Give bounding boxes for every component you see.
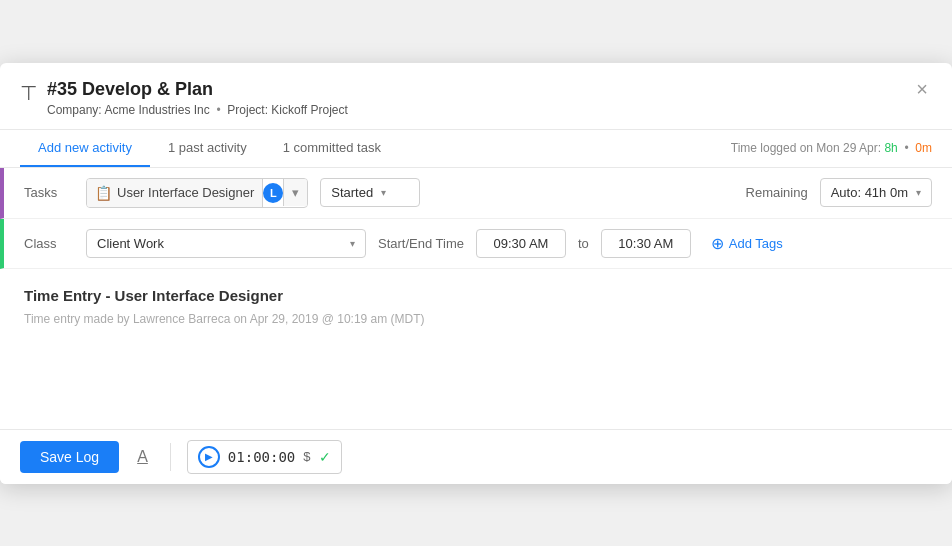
timer-check-icon: ✓ xyxy=(319,449,331,465)
timer-dollar: $ xyxy=(303,449,310,464)
tasks-label: Tasks xyxy=(24,185,74,200)
title-block: #35 Develop & Plan Company: Acme Industr… xyxy=(47,79,348,117)
clipboard-icon: 📋 xyxy=(95,185,112,201)
time-logged-mins: 0m xyxy=(915,141,932,155)
format-text-button[interactable]: A xyxy=(131,444,154,470)
project-name: Kickoff Project xyxy=(271,103,347,117)
class-dropdown[interactable]: Client Work ▾ xyxy=(86,229,366,258)
play-icon[interactable]: ▶ xyxy=(198,446,220,468)
remaining-dropdown[interactable]: Auto: 41h 0m ▾ xyxy=(820,178,932,207)
add-tags-label: Add Tags xyxy=(729,236,783,251)
company-name: Acme Industries Inc xyxy=(104,103,209,117)
save-log-button[interactable]: Save Log xyxy=(20,441,119,473)
tasks-row: Tasks 📋 User Interface Designer L ▾ Star… xyxy=(0,168,952,219)
tab-past-activity[interactable]: 1 past activity xyxy=(150,130,265,167)
tab-committed-task[interactable]: 1 committed task xyxy=(265,130,399,167)
user-avatar: L xyxy=(263,183,283,203)
end-time-input[interactable] xyxy=(601,229,691,258)
project-label: Project: xyxy=(227,103,268,117)
close-button[interactable]: × xyxy=(912,79,932,99)
task-selector[interactable]: 📋 User Interface Designer L ▾ xyxy=(86,178,308,208)
class-caret: ▾ xyxy=(350,238,355,249)
modal-footer: Save Log A ▶ 01:00:00 $ ✓ xyxy=(0,429,952,484)
notes-title: Time Entry - User Interface Designer xyxy=(24,287,928,304)
tab-add-activity[interactable]: Add new activity xyxy=(20,130,150,167)
start-end-label: Start/End Time xyxy=(378,236,464,251)
remaining-caret: ▾ xyxy=(916,187,921,198)
task-caret[interactable]: ▾ xyxy=(283,179,307,206)
modal-header: ⊤ #35 Develop & Plan Company: Acme Indus… xyxy=(0,63,952,130)
time-logged-display: Time logged on Mon 29 Apr: 8h • 0m xyxy=(731,141,932,155)
status-value: Started xyxy=(331,185,373,200)
time-logged-hours: 8h xyxy=(884,141,897,155)
footer-divider xyxy=(170,443,171,471)
tabs-bar: Add new activity 1 past activity 1 commi… xyxy=(0,130,952,168)
tabs-list: Add new activity 1 past activity 1 commi… xyxy=(20,130,399,167)
timer-display: ▶ 01:00:00 $ ✓ xyxy=(187,440,342,474)
title-area: ⊤ #35 Develop & Plan Company: Acme Indus… xyxy=(20,79,348,117)
class-row: Class Client Work ▾ Start/End Time to ⊕ … xyxy=(0,219,952,269)
modal-body: Tasks 📋 User Interface Designer L ▾ Star… xyxy=(0,168,952,429)
class-value: Client Work xyxy=(97,236,164,251)
timer-time: 01:00:00 xyxy=(228,449,295,465)
notes-area: Time Entry - User Interface Designer Tim… xyxy=(0,269,952,429)
status-caret: ▾ xyxy=(381,187,386,198)
start-time-input[interactable] xyxy=(476,229,566,258)
task-icon-part: 📋 User Interface Designer xyxy=(87,179,263,207)
time-logged-prefix: Time logged on Mon 29 Apr: xyxy=(731,141,881,155)
remaining-label: Remaining xyxy=(746,185,808,200)
modal-title: #35 Develop & Plan xyxy=(47,79,348,100)
add-tags-button[interactable]: ⊕ Add Tags xyxy=(711,234,783,253)
class-label: Class xyxy=(24,236,74,251)
company-label: Company: xyxy=(47,103,102,117)
remaining-value: Auto: 41h 0m xyxy=(831,185,908,200)
to-label: to xyxy=(578,236,589,251)
pin-icon: ⊤ xyxy=(20,81,37,105)
plus-circle-icon: ⊕ xyxy=(711,234,724,253)
modal-container: ⊤ #35 Develop & Plan Company: Acme Indus… xyxy=(0,63,952,484)
modal-subtitle: Company: Acme Industries Inc • Project: … xyxy=(47,103,348,117)
time-logged-dot: • xyxy=(904,141,908,155)
task-name: User Interface Designer xyxy=(117,185,254,200)
notes-meta: Time entry made by Lawrence Barreca on A… xyxy=(24,312,928,326)
status-dropdown[interactable]: Started ▾ xyxy=(320,178,420,207)
